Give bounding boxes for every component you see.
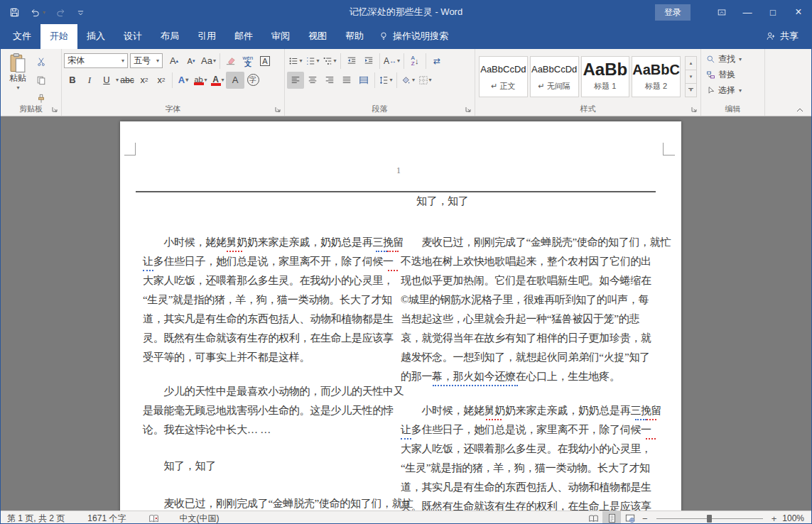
- borders-button[interactable]: ▾: [416, 72, 433, 89]
- font-name-combo[interactable]: 宋体▾: [64, 53, 128, 68]
- page-indicator[interactable]: 第 1 页, 共 2 页: [1, 513, 71, 524]
- decrease-indent-button[interactable]: [343, 53, 360, 70]
- change-case-button[interactable]: Aa▾: [200, 53, 217, 70]
- superscript-button[interactable]: x2: [153, 72, 170, 89]
- character-shading-button[interactable]: A: [226, 72, 244, 89]
- maximize-button[interactable]: □: [760, 1, 786, 23]
- justify-icon: [342, 75, 352, 85]
- tab-layout[interactable]: 布局: [151, 24, 188, 49]
- collapse-ribbon-button[interactable]: [796, 107, 804, 113]
- cut-button[interactable]: [33, 53, 50, 70]
- style-card-normal[interactable]: AaBbCcDd ↵ 正文: [479, 56, 528, 97]
- spellcheck-squiggle-red: [646, 417, 656, 420]
- zoom-in-button[interactable]: +: [769, 513, 780, 524]
- styles-group-label: 样式: [475, 104, 700, 114]
- show-marks-button[interactable]: ⇄: [428, 53, 445, 70]
- bold-button[interactable]: B: [64, 72, 81, 89]
- style-card-no-spacing[interactable]: AaBbCcDd ↵ 无间隔: [530, 56, 579, 97]
- tab-help[interactable]: 帮助: [336, 24, 373, 49]
- font-size-value: 五号: [134, 55, 151, 67]
- asian-layout-caret-icon: ▾: [397, 58, 400, 64]
- tab-view[interactable]: 视图: [299, 24, 336, 49]
- styles-scroll-down-button[interactable]: ▾: [685, 70, 697, 84]
- find-button[interactable]: 查找 ▾: [703, 51, 762, 67]
- shading-button[interactable]: ▾: [399, 72, 416, 89]
- align-center-button[interactable]: [304, 72, 321, 89]
- grow-font-button[interactable]: A▴: [166, 53, 183, 70]
- minimize-button[interactable]: —: [735, 1, 760, 23]
- tab-insert[interactable]: 插入: [77, 24, 114, 49]
- document-page[interactable]: 1 知了，知了 小时候，姥姥舅奶奶来家走亲戚，奶奶总是再三挽留 让多住些日子，她…: [120, 121, 681, 511]
- language-indicator[interactable]: 中文(中国): [173, 513, 225, 524]
- replace-button[interactable]: 替换: [703, 67, 762, 82]
- text-line: 灵。既然有生命就该有生存的权利，在生命上是应该享: [143, 329, 396, 348]
- enclose-characters-button[interactable]: 字: [244, 72, 261, 89]
- paragraph-dialog-launcher[interactable]: [465, 106, 472, 114]
- style-name: 标题 1: [594, 82, 616, 90]
- text-effects-button[interactable]: A▾: [175, 72, 192, 89]
- left-column-paragraph-2: 少儿的天性中是最喜欢小动物的，而少儿的天性中又 是最能毫无顾忌地戕害弱小生命的。…: [143, 382, 396, 440]
- undo-caret-icon[interactable]: ▾: [43, 9, 45, 16]
- zoom-slider-thumb[interactable]: [707, 515, 712, 523]
- distribute-button[interactable]: [355, 72, 372, 89]
- zoom-level[interactable]: 100%: [779, 513, 811, 523]
- styles-more-button[interactable]: ▾: [685, 83, 697, 97]
- tab-file[interactable]: 文件: [4, 24, 40, 49]
- tab-mailings[interactable]: 邮件: [225, 24, 262, 49]
- zoom-slider[interactable]: [656, 518, 763, 519]
- phonetic-guide-button[interactable]: wén文: [239, 53, 256, 70]
- sort-button[interactable]: AZ↓: [406, 53, 423, 70]
- spellcheck-squiggle-blue: [376, 249, 387, 252]
- paste-button[interactable]: 粘贴 ▾: [3, 51, 33, 107]
- tell-me-search[interactable]: 操作说明搜索: [373, 30, 454, 49]
- qat-customize-button[interactable]: [76, 8, 85, 17]
- styles-dialog-launcher[interactable]: [691, 106, 698, 114]
- tab-review[interactable]: 审阅: [262, 24, 299, 49]
- document-workspace[interactable]: 1 知了，知了 小时候，姥姥舅奶奶来家走亲戚，奶奶总是再三挽留 让多住些日子，她…: [1, 116, 811, 511]
- highlight-button[interactable]: ab▾: [192, 72, 209, 89]
- subscript-button[interactable]: x2: [136, 72, 153, 89]
- justify-button[interactable]: [338, 72, 355, 89]
- proofing-status[interactable]: [142, 514, 166, 523]
- font-dialog-launcher[interactable]: [274, 106, 282, 114]
- font-color-button[interactable]: A▾: [209, 72, 226, 89]
- align-left-button[interactable]: [287, 72, 304, 89]
- redo-button[interactable]: [55, 7, 66, 18]
- line-spacing-button[interactable]: ▾: [377, 72, 394, 89]
- asian-layout-arrows-icon: ↔: [389, 57, 396, 65]
- share-button[interactable]: 共享: [753, 30, 811, 49]
- shrink-font-button[interactable]: A▾: [183, 53, 200, 70]
- web-layout-button[interactable]: [621, 511, 639, 524]
- undo-button[interactable]: ▾: [30, 7, 45, 18]
- styles-scroll-up-button[interactable]: ▴: [685, 56, 697, 70]
- ribbon-display-options-button[interactable]: [709, 1, 735, 23]
- word-count[interactable]: 1671 个字: [81, 513, 132, 524]
- close-button[interactable]: ×: [786, 1, 811, 23]
- numbering-button[interactable]: ▾: [304, 53, 321, 70]
- copy-button[interactable]: [33, 72, 50, 89]
- multilevel-list-button[interactable]: ▾: [321, 53, 338, 70]
- read-mode-button[interactable]: [584, 511, 602, 524]
- tab-design[interactable]: 设计: [114, 24, 151, 49]
- bullets-button[interactable]: ▾: [287, 53, 304, 70]
- save-button[interactable]: [9, 7, 20, 18]
- style-card-heading2[interactable]: AaBbC 标题 2: [632, 56, 681, 97]
- login-button[interactable]: 登录: [655, 4, 691, 21]
- clear-formatting-button[interactable]: [222, 53, 239, 70]
- font-size-combo[interactable]: 五号▾: [130, 53, 163, 68]
- select-button[interactable]: 选择 ▾: [703, 82, 762, 98]
- clipboard-dialog-launcher[interactable]: [51, 106, 59, 114]
- align-right-button[interactable]: [321, 72, 338, 89]
- increase-indent-button[interactable]: [360, 53, 377, 70]
- style-card-heading1[interactable]: AaBb 标题 1: [581, 56, 630, 97]
- asian-layout-button[interactable]: A↔▾: [382, 53, 401, 70]
- zoom-out-button[interactable]: −: [639, 513, 651, 524]
- character-border-button[interactable]: A: [256, 53, 274, 70]
- tab-references[interactable]: 引用: [188, 24, 225, 49]
- underline-button[interactable]: U: [98, 72, 115, 89]
- tab-home[interactable]: 开始: [40, 24, 77, 49]
- strikethrough-button[interactable]: abc: [119, 72, 136, 89]
- print-layout-button[interactable]: [602, 511, 621, 524]
- italic-button[interactable]: I: [81, 72, 98, 89]
- text-line: 知了，知了: [143, 457, 396, 476]
